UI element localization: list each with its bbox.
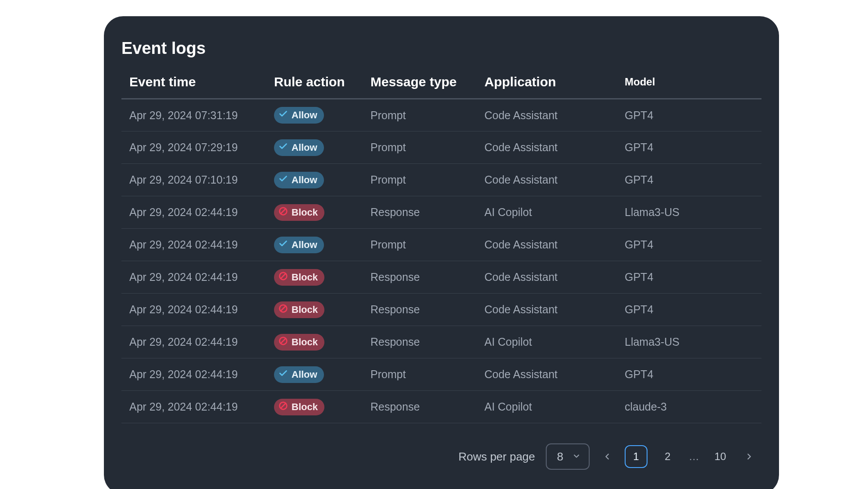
page-button-2[interactable]: 2: [656, 445, 679, 468]
cell-model: Llama3-US: [617, 326, 761, 358]
check-icon: [278, 142, 288, 154]
cell-message-type: Response: [363, 261, 477, 294]
cell-message-type: Prompt: [363, 164, 477, 196]
badge-label: Block: [292, 304, 318, 315]
table-header-row: Event time Rule action Message type Appl…: [121, 74, 761, 99]
cell-rule-action: Allow: [266, 131, 363, 164]
cell-rule-action: Block: [266, 196, 363, 229]
cell-event-time: Apr 29, 2024 07:31:19: [121, 99, 266, 131]
col-header-action[interactable]: Rule action: [266, 74, 363, 99]
block-badge: Block: [274, 301, 324, 318]
allow-badge: Allow: [274, 237, 324, 253]
allow-badge: Allow: [274, 139, 324, 156]
cell-event-time: Apr 29, 2024 02:44:19: [121, 229, 266, 261]
cell-model: GPT4: [617, 294, 761, 326]
cell-model: GPT4: [617, 131, 761, 164]
page-ellipsis: …: [688, 450, 700, 463]
block-icon: [278, 401, 288, 413]
cell-event-time: Apr 29, 2024 02:44:19: [121, 326, 266, 358]
cell-application: Code Assistant: [477, 358, 617, 391]
table-row[interactable]: Apr 29, 2024 07:29:19AllowPromptCode Ass…: [121, 131, 761, 164]
block-badge: Block: [274, 334, 324, 351]
cell-application: AI Copilot: [477, 196, 617, 229]
event-logs-panel: Event logs Event time Rule action Messag…: [104, 16, 779, 489]
cell-application: Code Assistant: [477, 131, 617, 164]
cell-rule-action: Block: [266, 261, 363, 294]
cell-model: GPT4: [617, 99, 761, 131]
col-header-app[interactable]: Application: [477, 74, 617, 99]
cell-application: Code Assistant: [477, 294, 617, 326]
badge-label: Block: [292, 337, 318, 348]
table-row[interactable]: Apr 29, 2024 02:44:19BlockResponseCode A…: [121, 261, 761, 294]
table-row[interactable]: Apr 29, 2024 07:31:19AllowPromptCode Ass…: [121, 99, 761, 131]
badge-label: Allow: [292, 369, 317, 380]
cell-message-type: Response: [363, 196, 477, 229]
cell-event-time: Apr 29, 2024 02:44:19: [121, 196, 266, 229]
cell-rule-action: Allow: [266, 358, 363, 391]
check-icon: [278, 239, 288, 251]
cell-event-time: Apr 29, 2024 02:44:19: [121, 391, 266, 423]
cell-rule-action: Block: [266, 294, 363, 326]
cell-rule-action: Allow: [266, 164, 363, 196]
table-row[interactable]: Apr 29, 2024 02:44:19AllowPromptCode Ass…: [121, 229, 761, 261]
event-logs-table: Event time Rule action Message type Appl…: [121, 74, 761, 423]
prev-page-button[interactable]: [598, 448, 616, 465]
cell-message-type: Response: [363, 326, 477, 358]
badge-label: Block: [292, 272, 318, 283]
cell-application: AI Copilot: [477, 326, 617, 358]
rows-per-page-select[interactable]: 8: [546, 443, 590, 470]
cell-model: GPT4: [617, 358, 761, 391]
badge-label: Allow: [292, 142, 317, 153]
badge-label: Allow: [292, 174, 317, 186]
table-row[interactable]: Apr 29, 2024 02:44:19BlockResponseAI Cop…: [121, 391, 761, 423]
cell-rule-action: Block: [266, 326, 363, 358]
svg-line-1: [281, 209, 286, 213]
block-badge: Block: [274, 204, 324, 221]
block-icon: [278, 304, 288, 316]
cell-event-time: Apr 29, 2024 07:29:19: [121, 131, 266, 164]
page-button-1[interactable]: 1: [625, 445, 647, 468]
cell-message-type: Response: [363, 391, 477, 423]
badge-label: Block: [292, 401, 318, 413]
table-row[interactable]: Apr 29, 2024 02:44:19BlockResponseAI Cop…: [121, 326, 761, 358]
col-header-msgtype[interactable]: Message type: [363, 74, 477, 99]
cell-message-type: Response: [363, 294, 477, 326]
check-icon: [278, 174, 288, 186]
cell-message-type: Prompt: [363, 99, 477, 131]
svg-line-5: [281, 306, 286, 311]
badge-label: Allow: [292, 239, 317, 251]
table-row[interactable]: Apr 29, 2024 02:44:19AllowPromptCode Ass…: [121, 358, 761, 391]
badge-label: Block: [292, 207, 318, 218]
cell-model: GPT4: [617, 229, 761, 261]
pagination-bar: Rows per page 8 1 2 … 10: [121, 443, 761, 470]
table-row[interactable]: Apr 29, 2024 02:44:19BlockResponseCode A…: [121, 294, 761, 326]
block-icon: [278, 336, 288, 348]
cell-application: Code Assistant: [477, 229, 617, 261]
cell-event-time: Apr 29, 2024 02:44:19: [121, 358, 266, 391]
svg-line-7: [281, 338, 286, 343]
allow-badge: Allow: [274, 172, 324, 188]
allow-badge: Allow: [274, 107, 324, 124]
cell-application: AI Copilot: [477, 391, 617, 423]
next-page-button[interactable]: [740, 448, 758, 465]
cell-event-time: Apr 29, 2024 02:44:19: [121, 294, 266, 326]
table-row[interactable]: Apr 29, 2024 07:10:19AllowPromptCode Ass…: [121, 164, 761, 196]
cell-model: Llama3-US: [617, 196, 761, 229]
cell-application: Code Assistant: [477, 164, 617, 196]
col-header-model[interactable]: Model: [617, 74, 761, 99]
check-icon: [278, 109, 288, 121]
rows-per-page-label: Rows per page: [459, 450, 535, 464]
cell-model: GPT4: [617, 164, 761, 196]
page-button-last[interactable]: 10: [709, 445, 732, 468]
cell-event-time: Apr 29, 2024 07:10:19: [121, 164, 266, 196]
table-row[interactable]: Apr 29, 2024 02:44:19BlockResponseAI Cop…: [121, 196, 761, 229]
svg-line-3: [281, 273, 286, 278]
cell-application: Code Assistant: [477, 261, 617, 294]
cell-event-time: Apr 29, 2024 02:44:19: [121, 261, 266, 294]
col-header-time[interactable]: Event time: [121, 74, 266, 99]
cell-rule-action: Allow: [266, 229, 363, 261]
cell-rule-action: Allow: [266, 99, 363, 131]
cell-rule-action: Block: [266, 391, 363, 423]
cell-model: claude-3: [617, 391, 761, 423]
block-badge: Block: [274, 269, 324, 286]
